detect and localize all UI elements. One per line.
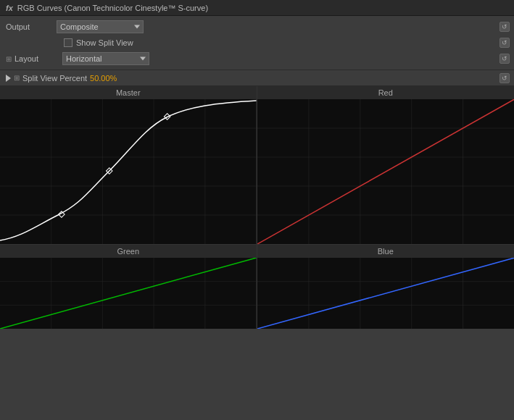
layout-row: ⊞ Layout Horizontal ↺ (0, 51, 514, 67)
output-selected: Composite (60, 22, 99, 31)
blue-label: Blue (257, 245, 515, 258)
split-view-reset-icon[interactable]: ↺ (500, 38, 510, 48)
output-dropdown-arrow (134, 25, 140, 29)
layout-selected: Horizontal (66, 54, 102, 63)
split-percent-small-icon: ⊞ (14, 74, 20, 82)
master-curve-svg (0, 99, 257, 244)
curves-grid: Master (0, 86, 514, 329)
split-percent-expand[interactable] (6, 75, 11, 82)
split-percent-value[interactable]: 50.00 (90, 74, 110, 83)
split-percent-reset-icon[interactable]: ↺ (500, 73, 510, 83)
fx-icon: fx (6, 4, 13, 12)
output-row: Output Composite ↺ (0, 19, 514, 35)
show-split-view-label: Show Split View (76, 38, 133, 47)
output-dropdown[interactable]: Composite (57, 20, 144, 33)
red-curve-panel: Red (257, 86, 515, 245)
layout-dropdown-arrow (140, 57, 146, 61)
split-view-row: Show Split View ↺ (0, 35, 514, 51)
svg-rect-0 (0, 99, 257, 244)
title-bar: fx RGB Curves (Canon Technicolor Cinesty… (0, 0, 514, 16)
red-curve-svg (257, 99, 515, 244)
blue-curve-area[interactable] (257, 258, 515, 329)
split-percent-label: Split View Percent (22, 74, 87, 83)
blue-curve-svg (257, 258, 515, 329)
output-label: Output (6, 22, 57, 31)
layout-reset-btn[interactable]: ↺ (500, 54, 510, 64)
split-percent-row: ⊞ Split View Percent 50.00 % ↺ (0, 70, 514, 86)
window-title: RGB Curves (Canon Technicolor Cinestyle™… (17, 4, 208, 12)
split-view-reset-btn[interactable]: ↺ (500, 38, 510, 48)
layout-dropdown[interactable]: Horizontal (62, 52, 149, 65)
layout-reset-icon[interactable]: ↺ (500, 54, 510, 64)
green-curve-area[interactable] (0, 258, 257, 329)
output-reset-icon[interactable]: ↺ (500, 22, 510, 32)
layout-label: Layout (14, 54, 62, 63)
green-curve-panel: Green (0, 245, 257, 329)
output-reset-btn[interactable]: ↺ (500, 22, 510, 32)
master-curve-area[interactable] (0, 99, 257, 244)
master-curve-panel: Master (0, 86, 257, 245)
show-split-view-wrapper: Show Split View (64, 38, 133, 47)
red-curve-area[interactable] (257, 99, 515, 244)
blue-curve-panel: Blue (257, 245, 515, 329)
layout-small-icon: ⊞ (6, 55, 12, 63)
master-label: Master (0, 86, 257, 99)
show-split-view-checkbox[interactable] (64, 38, 72, 47)
red-label: Red (257, 86, 515, 99)
green-label: Green (0, 245, 257, 258)
split-percent-unit: % (110, 74, 117, 83)
green-curve-svg (0, 258, 257, 329)
controls-area: Output Composite ↺ Show Split View ↺ ⊞ L… (0, 16, 514, 70)
split-percent-reset-btn[interactable]: ↺ (500, 73, 510, 83)
